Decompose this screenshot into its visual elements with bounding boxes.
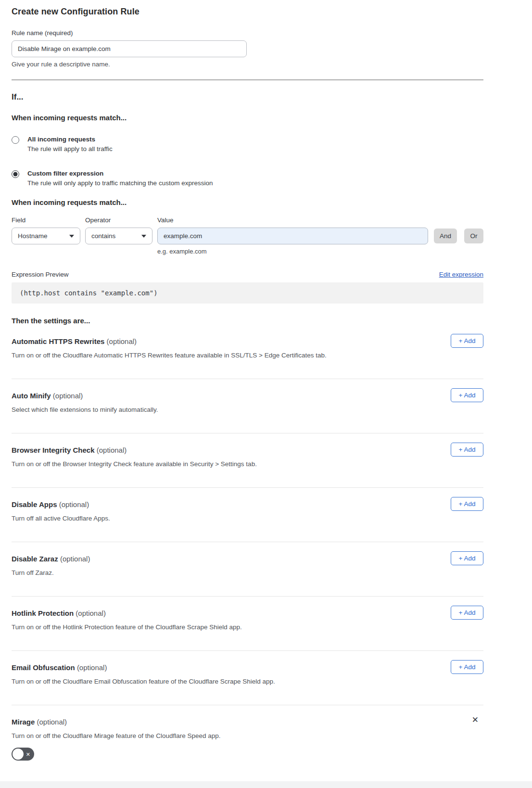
setting-email-obfuscation: Email Obfuscation (optional) Turn on or …	[12, 651, 483, 705]
setting-optional-tag: (optional)	[60, 555, 90, 563]
setting-description: Turn on or off the Cloudflare Mirage fea…	[12, 732, 406, 739]
setting-title: Disable Apps	[12, 500, 57, 508]
setting-disable-zaraz: Disable Zaraz (optional) Turn off Zaraz.…	[12, 542, 483, 597]
match-type-heading: When incoming requests match...	[12, 114, 483, 122]
radio-selected-icon[interactable]	[12, 170, 19, 178]
rule-name-label: Rule name (required)	[12, 29, 483, 37]
setting-description: Turn on or off the Cloudflare Email Obfu…	[12, 678, 406, 685]
setting-auto-minify: Auto Minify (optional) Select which file…	[12, 379, 483, 433]
expression-builder-labels: Field Operator Value	[12, 216, 483, 224]
radio-description: The rule will apply to all traffic	[27, 145, 113, 153]
operator-label: Operator	[85, 216, 157, 224]
setting-title: Disable Zaraz	[12, 555, 58, 563]
setting-optional-tag: (optional)	[76, 609, 106, 617]
setting-optional-tag: (optional)	[77, 663, 107, 672]
expression-preview-label: Expression Preview	[12, 271, 69, 278]
setting-title: Email Obfuscation	[12, 663, 75, 672]
expression-builder-row: Hostname contains And Or	[12, 228, 483, 244]
settings-heading: Then the settings are...	[12, 317, 483, 325]
if-heading: If...	[12, 92, 483, 102]
add-button[interactable]: + Add	[451, 334, 483, 348]
setting-hotlink-protection: Hotlink Protection (optional) Turn on or…	[12, 597, 483, 651]
value-help-text: e.g. example.com	[157, 248, 483, 255]
add-button[interactable]: + Add	[451, 551, 483, 565]
value-label: Value	[157, 216, 174, 224]
section-divider	[12, 79, 483, 80]
setting-title: Hotlink Protection	[12, 609, 74, 617]
add-button[interactable]: + Add	[451, 660, 483, 674]
setting-browser-integrity-check: Browser Integrity Check (optional) Turn …	[12, 433, 483, 488]
chevron-down-icon	[69, 235, 74, 238]
edit-expression-link[interactable]: Edit expression	[439, 271, 483, 278]
operator-select[interactable]: contains	[85, 228, 152, 244]
and-button[interactable]: And	[434, 229, 457, 243]
rule-name-help: Give your rule a descriptive name.	[12, 61, 483, 68]
add-button[interactable]: + Add	[451, 606, 483, 620]
radio-custom-filter-expression[interactable]: Custom filter expression The rule will o…	[12, 170, 483, 187]
setting-title: Browser Integrity Check	[12, 446, 95, 454]
add-button[interactable]: + Add	[451, 388, 483, 402]
expression-builder-heading: When incoming requests match...	[12, 198, 483, 206]
setting-disable-apps: Disable Apps (optional) Turn off all act…	[12, 488, 483, 542]
setting-description: Turn off Zaraz.	[12, 569, 406, 576]
setting-description: Turn off all active Cloudflare Apps.	[12, 515, 406, 522]
field-select[interactable]: Hostname	[12, 228, 80, 244]
setting-mirage: Mirage (optional) ✕ Turn on or off the C…	[12, 705, 483, 761]
setting-description: Select which file extensions to minify a…	[12, 406, 406, 413]
mirage-toggle-off[interactable]: ✕	[12, 748, 34, 761]
value-input[interactable]	[157, 228, 428, 244]
setting-optional-tag: (optional)	[59, 500, 89, 508]
setting-description: Turn on or off the Browser Integrity Che…	[12, 460, 406, 468]
chevron-down-icon	[141, 235, 146, 238]
setting-description: Turn on or off the Hotlink Protection fe…	[12, 623, 406, 631]
radio-label: All incoming requests	[27, 136, 113, 143]
setting-automatic-https-rewrites: Automatic HTTPS Rewrites (optional) Turn…	[12, 325, 483, 379]
add-button[interactable]: + Add	[451, 443, 483, 457]
operator-select-value: contains	[91, 232, 115, 240]
setting-optional-tag: (optional)	[97, 446, 127, 454]
setting-title: Auto Minify	[12, 392, 51, 400]
setting-description: Turn on or off the Cloudflare Automatic …	[12, 352, 406, 359]
page-bottom-strip	[0, 781, 532, 788]
setting-optional-tag: (optional)	[37, 718, 67, 726]
expression-preview-header: Expression Preview Edit expression	[12, 271, 483, 278]
radio-all-incoming-requests[interactable]: All incoming requests The rule will appl…	[12, 136, 483, 153]
expression-preview-code: (http.host contains "example.com")	[12, 282, 483, 304]
page-title: Create new Configuration Rule	[12, 7, 483, 17]
radio-description: The rule will only apply to traffic matc…	[27, 179, 213, 187]
setting-title: Automatic HTTPS Rewrites	[12, 337, 104, 345]
toggle-knob	[13, 749, 24, 760]
field-label: Field	[12, 216, 85, 224]
close-icon[interactable]: ✕	[472, 716, 479, 724]
toggle-off-x-icon: ✕	[26, 751, 30, 757]
setting-title: Mirage	[12, 718, 35, 726]
rule-name-input[interactable]	[12, 40, 247, 57]
or-button[interactable]: Or	[464, 229, 483, 243]
field-select-value: Hostname	[18, 232, 48, 240]
setting-optional-tag: (optional)	[107, 337, 137, 345]
radio-label: Custom filter expression	[27, 170, 213, 177]
setting-optional-tag: (optional)	[53, 392, 83, 400]
create-configuration-rule-form: Create new Configuration Rule Rule name …	[0, 0, 532, 761]
radio-unselected-icon[interactable]	[12, 136, 19, 144]
add-button[interactable]: + Add	[451, 497, 483, 511]
